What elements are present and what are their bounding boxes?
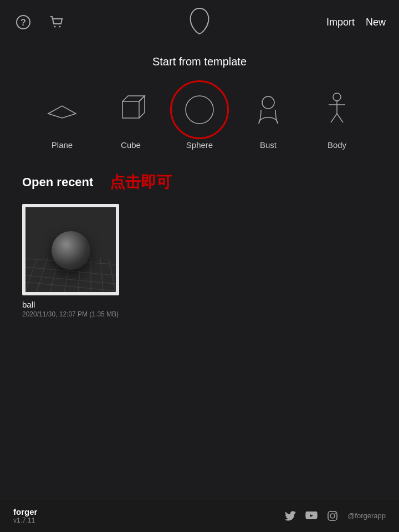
recent-item-date: 2020/11/30, 12:07 PM (1.35 MB) xyxy=(22,310,119,318)
svg-point-25 xyxy=(330,514,335,518)
svg-point-3 xyxy=(59,26,61,28)
footer-brand-name: forger xyxy=(13,507,37,516)
template-sphere[interactable]: Sphere xyxy=(175,85,224,150)
sphere-label: Sphere xyxy=(186,140,213,150)
header-left: ? xyxy=(13,12,66,32)
cube-label: Cube xyxy=(121,140,141,150)
cube-icon-wrap xyxy=(106,85,156,135)
plane-label: Plane xyxy=(52,140,73,150)
youtube-icon[interactable] xyxy=(305,510,318,522)
body-icon-wrap xyxy=(312,85,362,135)
app-logo xyxy=(187,7,212,37)
header: ? Import New xyxy=(0,0,399,44)
recent-thumbnail xyxy=(22,204,119,295)
svg-point-2 xyxy=(54,26,56,28)
templates-row: Plane Cube Sphere xyxy=(22,85,377,150)
footer-handle: @forgerapp xyxy=(347,511,386,520)
footer: forger v1.7.11 @forgerapp xyxy=(0,499,399,532)
cube-shape-icon xyxy=(111,90,150,129)
open-recent-title: Open recent xyxy=(22,175,93,190)
svg-point-7 xyxy=(333,93,341,101)
template-plane[interactable]: Plane xyxy=(37,85,87,150)
template-body[interactable]: Body xyxy=(312,85,362,150)
footer-version: v1.7.11 xyxy=(13,516,37,524)
footer-brand: forger v1.7.11 xyxy=(13,507,37,524)
svg-point-6 xyxy=(262,96,274,109)
open-recent-header: Open recent 点击即可 xyxy=(22,172,377,193)
svg-point-26 xyxy=(335,513,336,514)
twitter-icon[interactable] xyxy=(284,510,296,522)
svg-line-11 xyxy=(337,114,343,122)
bust-shape-icon xyxy=(249,90,288,129)
click-hint: 点击即可 xyxy=(110,172,172,193)
instagram-icon[interactable] xyxy=(326,510,339,522)
bust-icon-wrap xyxy=(243,85,293,135)
sphere-icon-wrap xyxy=(175,85,224,135)
plane-shape-icon xyxy=(43,90,81,129)
svg-point-5 xyxy=(186,96,213,124)
footer-social: @forgerapp xyxy=(284,510,386,522)
svg-line-17 xyxy=(37,258,48,292)
svg-line-22 xyxy=(100,258,103,292)
recent-item-ball[interactable]: ball 2020/11/30, 12:07 PM (1.35 MB) xyxy=(22,204,119,318)
header-right: Import New xyxy=(326,17,386,28)
new-button[interactable]: New xyxy=(366,17,386,28)
template-cube[interactable]: Cube xyxy=(106,85,156,150)
svg-line-10 xyxy=(331,114,337,122)
cart-icon[interactable] xyxy=(47,12,66,32)
svg-text:?: ? xyxy=(21,18,26,27)
body-label: Body xyxy=(328,140,346,150)
templates-section-title: Start from template xyxy=(22,55,377,68)
main-content: Start from template Plane Cube xyxy=(0,55,399,318)
import-button[interactable]: Import xyxy=(326,17,355,28)
help-icon[interactable]: ? xyxy=(13,12,33,32)
template-bust[interactable]: Bust xyxy=(243,85,293,150)
svg-line-16 xyxy=(25,259,37,292)
svg-marker-4 xyxy=(48,106,76,118)
recent-item-name: ball xyxy=(22,300,119,309)
bust-label: Bust xyxy=(260,140,277,150)
sphere-preview xyxy=(52,231,90,270)
plane-icon-wrap xyxy=(37,85,87,135)
body-shape-icon xyxy=(318,90,356,129)
sphere-shape-icon xyxy=(180,90,219,129)
